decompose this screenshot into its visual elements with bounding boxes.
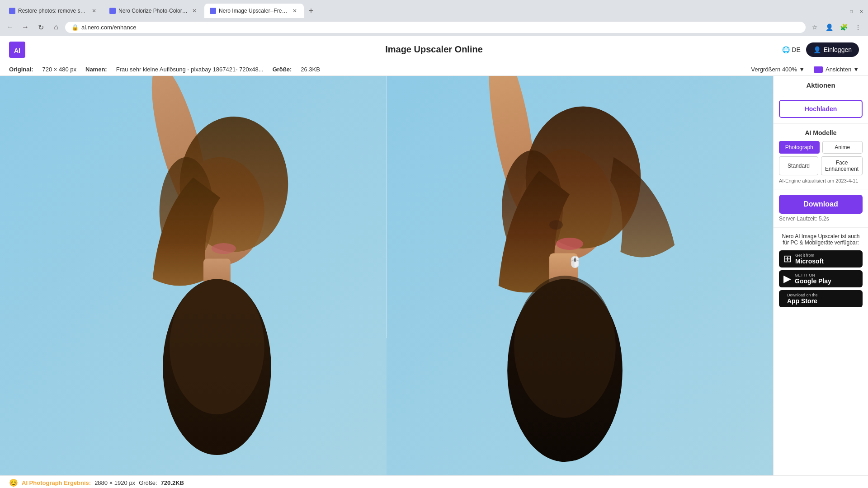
- microsoft-store-badge[interactable]: ⊞ Get it from Microsoft: [779, 250, 863, 267]
- toolbar-icons: ☆ 👤 🧩 ⋮: [808, 21, 864, 33]
- ai-models-section: AI Modelle Photograph Anime Standard Fac…: [774, 124, 868, 189]
- view-chevron-icon: ▼: [853, 66, 859, 73]
- profile-icon[interactable]: 👤: [823, 21, 835, 33]
- status-emoji: 😊: [9, 479, 18, 487]
- download-section: Download Server-Laufzeit: 5.2s: [774, 189, 868, 228]
- app-container: AI Image Upscaler Online 🌐 DE 👤 Einlogge…: [0, 36, 868, 488]
- tab-favicon-1: [9, 8, 15, 14]
- info-bar: Original: 720 × 480 px Namen: Frau sehr …: [0, 63, 868, 76]
- logo-area: AI: [9, 42, 25, 58]
- model-buttons-row-1: Photograph Anime: [779, 141, 863, 154]
- tab-close-3[interactable]: ✕: [291, 7, 298, 14]
- settings-icon[interactable]: ⋮: [852, 21, 864, 33]
- image-area: 🖱️: [0, 76, 773, 475]
- app-store-text: Nero AI Image Upscaler ist auch für PC &…: [779, 233, 863, 246]
- tab-title-2: Nero Colorize Photo-Colorize Yo...: [118, 8, 188, 14]
- name-label: Namen:: [85, 66, 107, 73]
- tab-close-1[interactable]: ✕: [90, 7, 98, 14]
- back-button[interactable]: ←: [4, 21, 16, 33]
- window-controls: — □ ✕: [838, 8, 868, 18]
- image-left-svg: [0, 76, 387, 475]
- tab-close-2[interactable]: ✕: [191, 7, 198, 14]
- size-label: Größe:: [273, 66, 292, 73]
- zoom-label: Vergrößern 400%: [751, 66, 797, 73]
- view-control[interactable]: Ansichten ▼: [814, 66, 859, 73]
- tab-title-3: Nero Image Upscaler--Free Phot...: [219, 8, 288, 14]
- app-store-text-block: Download on the App Store: [787, 293, 818, 305]
- bookmark-icon[interactable]: ☆: [808, 21, 821, 33]
- tab-favicon-3: [210, 8, 216, 14]
- close-button[interactable]: ✕: [858, 8, 864, 14]
- upload-section: Hochladen: [774, 94, 868, 124]
- svg-text:AI: AI: [14, 47, 20, 54]
- address-bar[interactable]: 🔒 ai.nero.com/enhance: [65, 22, 806, 33]
- zoom-control[interactable]: Vergrößern 400% ▼: [751, 66, 805, 73]
- status-dimensions: 2880 × 1920 px: [94, 479, 135, 486]
- lock-icon: 🔒: [71, 24, 79, 31]
- home-button[interactable]: ⌂: [50, 21, 62, 33]
- tab-favicon-2: [109, 8, 116, 14]
- svg-point-20: [514, 276, 616, 418]
- app-store-badge[interactable]: Download on the App Store: [779, 290, 863, 307]
- split-divider: [387, 76, 387, 338]
- model-photograph-button[interactable]: Photograph: [779, 141, 820, 154]
- model-standard-button[interactable]: Standard: [779, 156, 818, 175]
- google-play-badge[interactable]: ▶ GET IT ON Google Play: [779, 270, 863, 287]
- name-value: Frau sehr kleine Auflösung - pixabay 186…: [116, 66, 264, 73]
- google-play-large-text: Google Play: [795, 277, 831, 285]
- login-label: Einloggen: [824, 46, 852, 53]
- minimize-button[interactable]: —: [838, 8, 844, 14]
- header-right: 🌐 DE 👤 Einloggen: [782, 42, 859, 57]
- app-store-section: Nero AI Image Upscaler ist auch für PC &…: [774, 228, 868, 315]
- image-right-svg: [387, 76, 773, 475]
- login-button[interactable]: 👤 Einloggen: [806, 42, 859, 57]
- language-button[interactable]: 🌐 DE: [782, 46, 800, 53]
- view-label: Ansichten: [826, 66, 851, 73]
- image-split: 🖱️: [0, 76, 773, 475]
- status-size-label: Größe:: [139, 479, 157, 486]
- app-store-large-text: App Store: [787, 297, 818, 305]
- forward-button[interactable]: →: [19, 21, 32, 33]
- model-buttons-row-2: Standard Face Enhancement: [779, 156, 863, 175]
- url-text: ai.nero.com/enhance: [81, 24, 136, 31]
- svg-point-21: [556, 238, 583, 250]
- tab-1[interactable]: Restore photos: remove scratc... ✕: [4, 4, 103, 18]
- right-panel: Aktionen Hochladen AI Modelle Photograph…: [773, 76, 868, 475]
- tab-3[interactable]: Nero Image Upscaler--Free Phot... ✕: [204, 4, 304, 18]
- svg-point-22: [549, 220, 563, 230]
- model-face-enhancement-button[interactable]: Face Enhancement: [821, 156, 863, 175]
- browser-chrome: Restore photos: remove scratc... ✕ Nero …: [0, 0, 868, 36]
- model-anime-button[interactable]: Anime: [822, 141, 863, 154]
- server-time: Server-Laufzeit: 5.2s: [779, 216, 863, 222]
- microsoft-small-text: Get it from: [795, 253, 824, 258]
- ai-engine-info: AI-Engine aktualisiert am 2023-4-11: [779, 178, 863, 183]
- status-bar: 😊 AI Photograph Ergebnis: 2880 × 1920 px…: [0, 475, 868, 488]
- google-play-icon: ▶: [783, 273, 791, 285]
- maximize-button[interactable]: □: [848, 8, 854, 14]
- image-left: [0, 76, 387, 475]
- app-store-small-text: Download on the: [787, 293, 818, 297]
- view-icon: [814, 66, 823, 73]
- refresh-button[interactable]: ↻: [34, 21, 47, 33]
- new-tab-button[interactable]: +: [305, 5, 317, 17]
- upload-button[interactable]: Hochladen: [779, 100, 863, 118]
- status-size-value: 720.2KB: [161, 479, 184, 486]
- actions-title: Aktionen: [774, 76, 868, 94]
- extensions-icon[interactable]: 🧩: [837, 21, 850, 33]
- tab-bar: Restore photos: remove scratc... ✕ Nero …: [0, 0, 321, 18]
- user-icon: 👤: [813, 46, 821, 53]
- google-play-small-text: GET IT ON: [795, 273, 831, 277]
- svg-point-11: [212, 243, 236, 254]
- status-label: AI Photograph Ergebnis:: [22, 479, 91, 486]
- original-label: Original:: [9, 66, 33, 73]
- language-label: DE: [792, 46, 800, 53]
- zoom-chevron-icon: ▼: [799, 66, 805, 73]
- download-button[interactable]: Download: [779, 195, 863, 214]
- ai-models-title: AI Modelle: [779, 129, 863, 136]
- microsoft-large-text: Microsoft: [795, 258, 824, 265]
- globe-icon: 🌐: [782, 46, 790, 53]
- tab-2[interactable]: Nero Colorize Photo-Colorize Yo... ✕: [104, 4, 203, 18]
- address-bar-row: ← → ↻ ⌂ 🔒 ai.nero.com/enhance ☆ 👤 🧩 ⋮: [0, 18, 868, 36]
- size-value: 26.3KB: [301, 66, 320, 73]
- main-content: 🖱️ Aktionen Hochladen AI Modelle Photogr…: [0, 76, 868, 475]
